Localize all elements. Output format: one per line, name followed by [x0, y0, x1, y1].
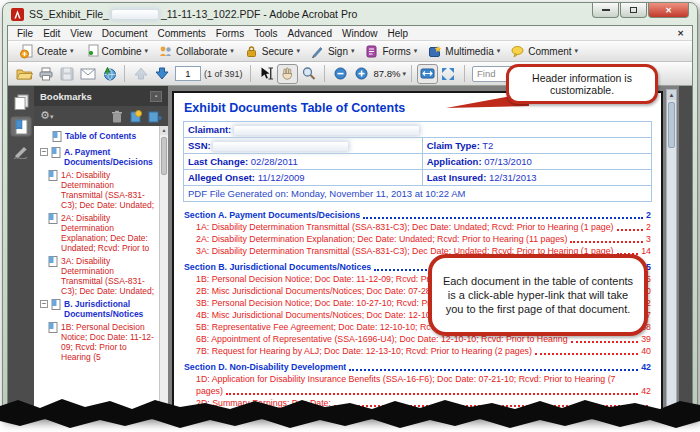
toc-doc-row[interactable]: 1D: Application for Disability Insurance…: [184, 373, 651, 385]
bookmark-label[interactable]: 1B: Personal Decision Notice; Doc Date: …: [61, 322, 157, 362]
bookmark-label[interactable]: Table of Contents: [65, 131, 136, 141]
save-button[interactable]: [56, 64, 77, 84]
page-number-input[interactable]: 1: [175, 66, 201, 81]
toc-page-number[interactable]: 42: [641, 362, 651, 373]
scroll-up-icon[interactable]: ▲: [160, 126, 168, 135]
bookmark-item[interactable]: 1B: Personal Decision Notice; Doc Date: …: [48, 322, 157, 362]
toc-entry-text[interactable]: 1D: Application for Disability Insurance…: [196, 374, 651, 385]
menu-file[interactable]: File: [12, 28, 38, 39]
close-button[interactable]: ✕: [648, 3, 689, 18]
next-page-button[interactable]: [151, 64, 172, 84]
bookmark-label[interactable]: B. Jurisdictional Documents/Notices: [64, 299, 157, 319]
panel-menu-button[interactable]: ▪: [150, 91, 162, 102]
fit-width-button[interactable]: [417, 64, 438, 84]
pages-panel-button[interactable]: [10, 91, 32, 112]
combine-button[interactable]: Combine▾: [79, 43, 154, 60]
trash-icon[interactable]: [111, 110, 123, 123]
upload-web-button[interactable]: [98, 64, 119, 84]
minimize-button[interactable]: [592, 3, 619, 18]
zoom-in-button[interactable]: [351, 64, 372, 84]
document-scroll-thumb[interactable]: [668, 102, 675, 148]
zoom-out-button[interactable]: [330, 64, 351, 84]
menu-window[interactable]: Window: [337, 28, 383, 39]
menu-forms[interactable]: Forms: [211, 28, 249, 39]
bookmark-label[interactable]: 1A: Disability Determination Transmittal…: [61, 170, 157, 210]
email-button[interactable]: [77, 64, 98, 84]
toc-page-number[interactable]: 40: [641, 346, 651, 357]
menu-tools[interactable]: Tools: [249, 28, 282, 39]
toc-page-number[interactable]: 39: [641, 334, 651, 345]
toc-page-number[interactable]: 42: [641, 386, 651, 397]
menu-view[interactable]: View: [65, 28, 97, 39]
menu-help[interactable]: Help: [383, 28, 414, 39]
expand-current-bookmark-icon[interactable]: [129, 110, 142, 123]
menubar-close-icon[interactable]: ✕: [677, 29, 688, 38]
forms-button[interactable]: Forms▾: [359, 43, 422, 60]
bookmark-item[interactable]: 3A: Disability Determination Transmittal…: [48, 256, 157, 296]
print-button[interactable]: [35, 64, 56, 84]
bookmark-item[interactable]: −A. Payment Documents/Decisions: [40, 147, 157, 167]
select-tool-button[interactable]: [256, 64, 277, 84]
create-label: Create: [37, 46, 67, 57]
previous-page-button[interactable]: [130, 64, 151, 84]
toc-page-number[interactable]: 2: [646, 210, 651, 221]
toc-doc-row[interactable]: pages)42: [184, 385, 651, 397]
multimedia-button[interactable]: Multimedia▾: [422, 43, 505, 60]
collaborate-button[interactable]: Collaborate▾: [153, 43, 239, 60]
toc-page-number[interactable]: 3: [646, 234, 651, 245]
sign-button[interactable]: Sign▾: [305, 43, 360, 60]
zoom-level-value[interactable]: 87.8%: [374, 68, 401, 79]
toc-section-row[interactable]: Section A. Payment Documents/Decisions2: [184, 209, 651, 221]
toc-entry-text[interactable]: Section A. Payment Documents/Decisions: [184, 210, 360, 221]
toc-doc-row[interactable]: 2A: Disability Determination Explanation…: [184, 233, 651, 245]
bookmark-item[interactable]: −B. Jurisdictional Documents/Notices: [40, 299, 157, 319]
toc-entry-text[interactable]: 1A: Disability Determination Transmittal…: [196, 222, 614, 233]
collapse-expander-icon[interactable]: −: [40, 300, 48, 308]
open-file-button[interactable]: [14, 64, 35, 84]
bookmark-label[interactable]: A. Payment Documents/Decisions: [64, 147, 157, 167]
comment-button[interactable]: Comment▾: [505, 43, 583, 60]
menu-document[interactable]: Document: [97, 28, 153, 39]
collapse-expander-icon[interactable]: −: [40, 148, 48, 156]
bookmark-label[interactable]: 2A: Disability Determination Explanation…: [61, 213, 157, 253]
new-bookmark-icon[interactable]: [148, 110, 162, 123]
menu-edit[interactable]: Edit: [38, 28, 65, 39]
toc-entry-text[interactable]: 7B: Request for Hearing by ALJ; Doc Date…: [196, 346, 532, 357]
bookmark-item[interactable]: 1A: Disability Determination Transmittal…: [48, 170, 157, 210]
toc-doc-row[interactable]: 1A: Disability Determination Transmittal…: [184, 221, 651, 233]
secure-button[interactable]: Secure▾: [239, 43, 305, 60]
bookmark-label[interactable]: 3A: Disability Determination Transmittal…: [61, 256, 157, 296]
maximize-button[interactable]: [620, 3, 647, 18]
bookmarks-scroll-thumb[interactable]: [161, 137, 167, 175]
bookmark-item[interactable]: 2A: Disability Determination Explanation…: [48, 213, 157, 253]
toc-entry-text[interactable]: Section B. Jurisdictional Documents/Noti…: [184, 262, 371, 273]
scroll-up-icon[interactable]: ▲: [667, 90, 676, 100]
signatures-panel-button[interactable]: [10, 141, 32, 162]
bookmarks-panel-button[interactable]: [10, 116, 32, 137]
bookmark-item[interactable]: Table of Contents: [40, 131, 157, 144]
fit-page-button[interactable]: [438, 64, 459, 84]
bookmark-page-icon: [52, 131, 62, 144]
dot-leader: [226, 393, 638, 395]
toc-doc-row[interactable]: 7B: Request for Hearing by ALJ; Doc Date…: [184, 345, 651, 357]
toc-entry-text[interactable]: 2D: Summary Earnings; Doc Date:: [196, 398, 331, 409]
toc-doc-row[interactable]: 2D: Summary Earnings; Doc Date:: [184, 397, 651, 409]
title-bar[interactable]: SS_Exhibit_File_ _11-11-13_1022.PDF - Ad…: [3, 3, 697, 25]
toc-entry-text[interactable]: 2A: Disability Determination Explanation…: [196, 234, 567, 245]
hand-tool-button[interactable]: [277, 64, 298, 84]
zoom-marquee-button[interactable]: [298, 64, 319, 84]
toc-entry-text[interactable]: pages): [196, 386, 223, 397]
options-gear-icon[interactable]: ⚙▾: [40, 110, 53, 122]
last-insured-value: 12/31/2013: [489, 172, 537, 183]
toc-section-row[interactable]: Section D. Non-Disability Development42: [184, 361, 651, 373]
scroll-down-icon[interactable]: ▼: [160, 405, 168, 414]
menu-comments[interactable]: Comments: [152, 28, 210, 39]
create-button[interactable]: Create▾: [14, 43, 79, 60]
bookmarks-scrollbar[interactable]: ▲ ▼: [159, 126, 168, 414]
toc-page-number[interactable]: 2: [646, 222, 651, 233]
document-scrollbar[interactable]: ▲: [666, 89, 677, 414]
toc-page-number[interactable]: 14: [641, 246, 651, 257]
toc-entry-text[interactable]: Section D. Non-Disability Development: [184, 362, 346, 373]
zoom-dropdown-icon[interactable]: ▾: [402, 70, 406, 78]
menu-advanced[interactable]: Advanced: [283, 28, 337, 39]
